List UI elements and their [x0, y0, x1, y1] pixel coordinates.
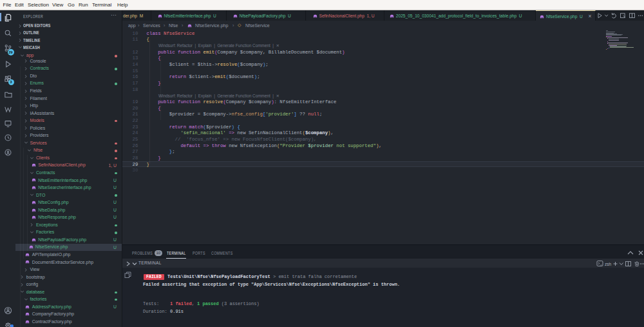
svg-text:zsh: zsh	[605, 261, 612, 266]
